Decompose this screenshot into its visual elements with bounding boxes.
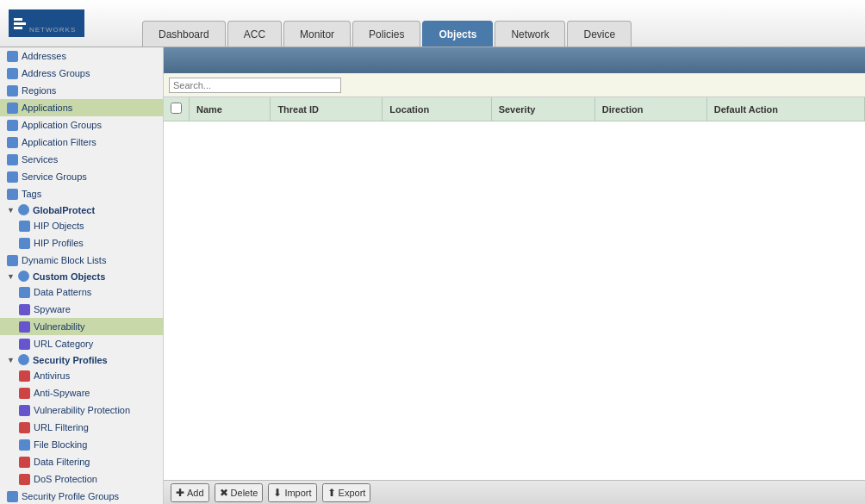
dynamic-block-lists-icon — [7, 255, 18, 266]
application-filters-icon — [7, 137, 18, 148]
sidebar-item-hip-objects[interactable]: HIP Objects — [0, 217, 163, 234]
addresses-icon — [7, 51, 18, 62]
globalprotect-section-icon — [18, 204, 29, 215]
expand-icon-security-profiles: ▼ — [7, 356, 15, 364]
import-button[interactable]: ⬇ Import — [268, 483, 316, 502]
sidebar-label-anti-spyware: Anti-Spyware — [34, 386, 90, 400]
sidebar-item-anti-spyware[interactable]: Anti-Spyware — [0, 384, 163, 401]
sidebar-item-application-filters[interactable]: Application Filters — [0, 134, 163, 151]
sidebar-item-hip-profiles[interactable]: HIP Profiles — [0, 234, 163, 252]
vulnerability-table: NameThreat IDLocationSeverityDirectionDe… — [164, 97, 865, 121]
sidebar-label-regions: Regions — [22, 84, 56, 97]
sidebar-section-security-profiles[interactable]: ▼Security Profiles — [0, 352, 163, 367]
content-area: NameThreat IDLocationSeverityDirectionDe… — [164, 47, 865, 504]
logo-area: paloalto NETWORKS — [0, 9, 134, 37]
export-icon: ⬆ — [327, 487, 336, 499]
col-header-name: Name — [190, 97, 271, 121]
sidebar-section-label-security-profiles: Security Profiles — [33, 355, 108, 365]
sidebar-item-dynamic-block-lists[interactable]: Dynamic Block Lists — [0, 252, 163, 269]
app-header: paloalto NETWORKS DashboardACCMonitorPol… — [0, 0, 865, 47]
sidebar-section-label-custom-objects: Custom Objects — [33, 271, 105, 282]
sidebar-label-hip-profiles: HIP Profiles — [34, 236, 84, 250]
hip-objects-icon — [19, 221, 30, 232]
custom-objects-section-icon — [18, 271, 29, 282]
applications-icon — [7, 103, 18, 114]
sidebar-label-url-filtering: URL Filtering — [34, 420, 89, 434]
sidebar-item-applications[interactable]: Applications — [0, 99, 163, 116]
col-header-location: Location — [383, 97, 491, 121]
application-groups-icon — [7, 120, 18, 131]
sidebar-label-spyware: Spyware — [34, 302, 71, 316]
sidebar-item-data-patterns[interactable]: Data Patterns — [0, 283, 163, 301]
add-button[interactable]: ✚ Add — [171, 483, 209, 502]
address-groups-icon — [7, 68, 18, 79]
delete-icon: ✖ — [220, 487, 228, 499]
data-filtering-icon — [19, 457, 30, 468]
main-layout: AddressesAddress GroupsRegionsApplicatio… — [0, 47, 865, 504]
sidebar-item-security-profile-groups[interactable]: Security Profile Groups — [0, 488, 163, 504]
sidebar-item-application-groups[interactable]: Application Groups — [0, 116, 163, 134]
sidebar-item-url-category[interactable]: URL Category — [0, 335, 163, 352]
logo-box: paloalto NETWORKS — [9, 9, 84, 37]
sidebar-item-address-groups[interactable]: Address Groups — [0, 65, 163, 82]
anti-spyware-icon — [19, 388, 30, 399]
sidebar-label-service-groups: Service Groups — [22, 170, 87, 184]
sidebar-item-service-groups[interactable]: Service Groups — [0, 168, 163, 185]
hip-profiles-icon — [19, 238, 30, 249]
sidebar: AddressesAddress GroupsRegionsApplicatio… — [0, 47, 164, 504]
url-category-icon — [19, 339, 30, 350]
tab-policies[interactable]: Policies — [352, 21, 420, 47]
sidebar-item-spyware[interactable]: Spyware — [0, 301, 163, 318]
export-label: Export — [339, 488, 366, 498]
tab-network[interactable]: Network — [495, 21, 565, 47]
tab-objects[interactable]: Objects — [422, 21, 493, 47]
col-header-default-action: Default Action — [706, 97, 864, 121]
sidebar-label-dynamic-block-lists: Dynamic Block Lists — [22, 253, 106, 267]
sidebar-item-url-filtering[interactable]: URL Filtering — [0, 419, 163, 436]
sidebar-item-addresses[interactable]: Addresses — [0, 47, 163, 65]
sidebar-label-applications: Applications — [22, 101, 72, 115]
sidebar-item-vulnerability[interactable]: Vulnerability — [0, 318, 163, 335]
add-label: Add — [187, 488, 204, 498]
import-label: Import — [284, 488, 311, 498]
data-patterns-icon — [19, 287, 30, 298]
regions-icon — [7, 85, 18, 96]
tab-dashboard[interactable]: Dashboard — [142, 21, 226, 47]
delete-button[interactable]: ✖ Delete — [215, 483, 264, 502]
sidebar-item-data-filtering[interactable]: Data Filtering — [0, 453, 163, 470]
sidebar-section-globalprotect[interactable]: ▼GlobalProtect — [0, 202, 163, 217]
select-all-checkbox[interactable] — [171, 103, 182, 114]
sidebar-label-security-profile-groups: Security Profile Groups — [22, 489, 119, 503]
sidebar-item-vulnerability-protection[interactable]: Vulnerability Protection — [0, 401, 163, 419]
table-area: NameThreat IDLocationSeverityDirectionDe… — [164, 97, 865, 480]
sidebar-section-label-globalprotect: GlobalProtect — [33, 205, 95, 215]
col-header-threat-id: Threat ID — [271, 97, 383, 121]
sidebar-label-file-blocking: File Blocking — [34, 438, 87, 451]
tab-acc[interactable]: ACC — [227, 21, 282, 47]
tab-device[interactable]: Device — [567, 21, 632, 47]
sidebar-item-file-blocking[interactable]: File Blocking — [0, 436, 163, 453]
sidebar-item-antivirus[interactable]: Antivirus — [0, 367, 163, 384]
logo-text: paloalto NETWORKS — [29, 13, 79, 34]
search-input[interactable] — [169, 78, 341, 93]
sidebar-item-tags[interactable]: Tags — [0, 185, 163, 202]
sidebar-label-application-filters: Application Filters — [22, 135, 96, 149]
antivirus-icon — [19, 370, 30, 382]
vulnerability-protection-icon — [19, 405, 30, 416]
sidebar-item-services[interactable]: Services — [0, 151, 163, 168]
col-header-severity: Severity — [491, 97, 594, 121]
sidebar-label-address-groups: Address Groups — [22, 66, 90, 80]
security-profiles-section-icon — [18, 354, 29, 365]
sidebar-label-url-category: URL Category — [34, 337, 93, 351]
tab-monitor[interactable]: Monitor — [283, 21, 351, 47]
logo-networks: NETWORKS — [29, 26, 79, 34]
sidebar-section-custom-objects[interactable]: ▼Custom Objects — [0, 269, 163, 283]
spyware-icon — [19, 304, 30, 315]
export-button[interactable]: ⬆ Export — [322, 483, 371, 502]
sidebar-item-dos-protection[interactable]: DoS Protection — [0, 470, 163, 488]
sidebar-item-regions[interactable]: Regions — [0, 82, 163, 99]
bar2 — [14, 22, 26, 25]
table-head: NameThreat IDLocationSeverityDirectionDe… — [164, 97, 865, 121]
import-icon: ⬇ — [273, 487, 282, 499]
file-blocking-icon — [19, 439, 30, 451]
